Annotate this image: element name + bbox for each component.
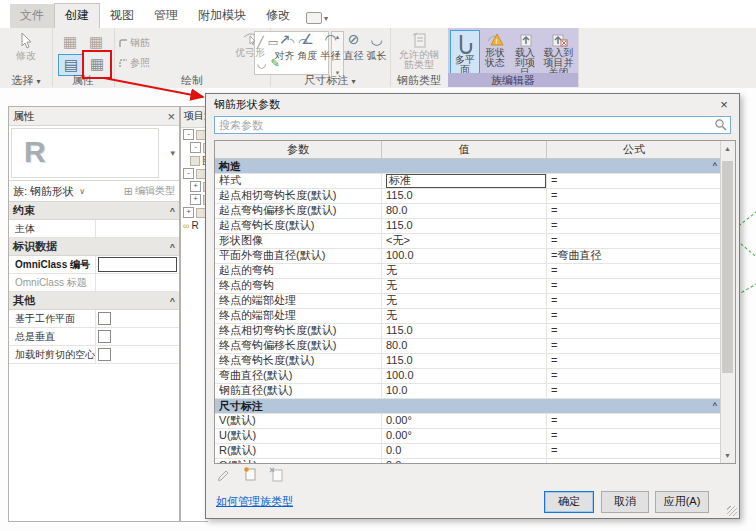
edit-type-button[interactable]: ⊞ 编辑类型: [124, 184, 175, 198]
param-name-cell[interactable]: 终点的端部处理: [215, 294, 382, 308]
param-name-cell[interactable]: U(默认): [215, 429, 382, 443]
family-category-button[interactable]: ▦: [85, 54, 109, 74]
scrollbar-thumb[interactable]: [722, 161, 733, 373]
param-value-cell[interactable]: 100.0: [382, 249, 547, 263]
tree-item[interactable]: +: [181, 193, 208, 206]
param-name-cell[interactable]: 终点的弯钩: [215, 279, 382, 293]
tree-item[interactable]: +: [181, 180, 208, 193]
panel-label-select[interactable]: 选择 ▾: [0, 73, 52, 87]
ok-button[interactable]: 确定: [544, 491, 594, 513]
tab-create[interactable]: 创建: [54, 3, 100, 28]
load-into-project-button[interactable]: 载入到项目: [511, 31, 539, 78]
tree-item[interactable]: -视: [181, 128, 208, 141]
param-formula-cell[interactable]: =: [547, 339, 721, 353]
allowed-bar-types-button[interactable]: 允许的钢筋类型: [396, 31, 442, 70]
scroll-up-icon[interactable]: ▲: [721, 142, 734, 155]
close-icon[interactable]: ×: [709, 97, 739, 112]
param-formula-cell[interactable]: =: [547, 459, 721, 464]
tab-addins[interactable]: 附加模块: [188, 4, 256, 28]
angle-dimension-button[interactable]: ∠角度: [296, 32, 319, 63]
param-formula-cell[interactable]: =: [547, 309, 721, 323]
cancel-button[interactable]: 取消: [601, 491, 649, 513]
tree-item[interactable]: -族: [181, 167, 208, 180]
param-name-cell[interactable]: 形状图像: [215, 234, 382, 248]
table-section-row[interactable]: 构造^: [215, 159, 721, 174]
param-formula-cell[interactable]: =: [547, 369, 721, 383]
tree-item[interactable]: ∞R: [181, 219, 208, 232]
param-formula-cell[interactable]: =: [547, 354, 721, 368]
param-name-cell[interactable]: 起点弯钩长度(默认): [215, 219, 382, 233]
chevron-down-icon[interactable]: ∨: [79, 187, 85, 196]
param-value-cell[interactable]: 无: [382, 294, 547, 308]
collapse-box-icon[interactable]: -: [190, 142, 201, 153]
collapse-icon[interactable]: ^: [713, 400, 717, 413]
column-header-formula[interactable]: 公式: [547, 141, 721, 158]
param-name-cell[interactable]: 起点弯钩偏移长度(默认): [215, 204, 382, 218]
family-category-parameters-button[interactable]: ▦: [84, 32, 108, 52]
work-plane-based-checkbox[interactable]: [98, 312, 111, 325]
param-value-cell[interactable]: 100.0: [382, 369, 547, 383]
collapse-icon[interactable]: ^: [170, 206, 175, 216]
param-value-cell[interactable]: 10.0: [382, 384, 547, 398]
type-preview[interactable]: R ▾: [9, 126, 179, 181]
how-to-manage-family-types-link[interactable]: 如何管理族类型: [216, 494, 293, 509]
column-header-value[interactable]: 值: [382, 141, 547, 158]
collapse-box-icon[interactable]: -: [183, 129, 194, 140]
table-section-row[interactable]: 尺寸标注^: [215, 399, 721, 414]
param-name-cell[interactable]: Q(默认): [215, 459, 382, 464]
aligned-dimension-button[interactable]: ↗对齐: [273, 32, 296, 63]
table-scrollbar[interactable]: ▲ ▼: [720, 141, 735, 463]
close-icon[interactable]: ×: [167, 109, 175, 124]
param-formula-cell[interactable]: =弯曲直径: [547, 249, 721, 263]
modify-button[interactable]: 修改: [11, 32, 41, 61]
shape-status-button[interactable]: ! 形状状态: [481, 31, 509, 68]
family-selector[interactable]: 族: 钢筋形状: [13, 184, 74, 199]
param-value-cell[interactable]: 标准: [382, 174, 547, 188]
arc-length-dimension-button[interactable]: ◡弧长: [365, 32, 388, 63]
param-value-cell[interactable]: 0.0: [382, 444, 547, 458]
radius-dimension-button[interactable]: ◠半径: [319, 32, 342, 63]
param-value-cell[interactable]: 无: [382, 264, 547, 278]
expand-box-icon[interactable]: +: [183, 207, 194, 218]
section-identity-data[interactable]: 标识数据 ^: [9, 238, 179, 256]
param-name-cell[interactable]: 终点弯钩偏移长度(默认): [215, 339, 382, 353]
delete-parameter-button[interactable]: [268, 466, 284, 482]
param-formula-cell[interactable]: =: [547, 189, 721, 203]
pick-lines-button[interactable]: 优弓形: [234, 31, 266, 58]
tree-item[interactable]: +组: [181, 206, 208, 219]
collapse-icon[interactable]: ^: [170, 242, 175, 252]
param-value-cell[interactable]: 115.0: [382, 324, 547, 338]
multiplanar-button[interactable]: 多平面: [450, 30, 480, 76]
tab-view[interactable]: 视图: [100, 4, 144, 28]
param-name-cell[interactable]: R(默认): [215, 444, 382, 458]
expand-box-icon[interactable]: +: [190, 181, 201, 192]
param-formula-cell[interactable]: =: [547, 429, 721, 443]
omniclass-number-input[interactable]: [98, 257, 177, 272]
family-types-button[interactable]: ▦: [58, 32, 82, 52]
param-value-cell[interactable]: 0.00°: [382, 429, 547, 443]
param-name-cell[interactable]: 平面外弯曲直径(默认): [215, 249, 382, 263]
param-name-cell[interactable]: V(默认): [215, 414, 382, 428]
param-formula-cell[interactable]: =: [547, 444, 721, 458]
param-formula-cell[interactable]: =: [547, 384, 721, 398]
param-formula-cell[interactable]: =: [547, 414, 721, 428]
scroll-down-icon[interactable]: ▼: [721, 449, 734, 462]
param-value-cell[interactable]: 无: [382, 279, 547, 293]
search-input[interactable]: [214, 116, 731, 134]
param-formula-cell[interactable]: =: [547, 324, 721, 338]
param-formula-cell[interactable]: =: [547, 264, 721, 278]
panel-label-dimension[interactable]: 尺寸标注 ▾: [270, 73, 390, 87]
rebar-line-button[interactable]: 钢筋: [118, 36, 150, 50]
param-name-cell[interactable]: 样式: [215, 174, 382, 188]
param-formula-cell[interactable]: =: [547, 279, 721, 293]
ribbon-display-toggle[interactable]: ▾: [306, 12, 328, 24]
param-name-cell[interactable]: 终点弯钩长度(默认): [215, 354, 382, 368]
apply-button[interactable]: 应用(A): [655, 491, 709, 513]
param-name-cell[interactable]: 终点的端部处理: [215, 309, 382, 323]
expand-box-icon[interactable]: +: [190, 194, 201, 205]
properties-palette-header[interactable]: 属性 ×: [9, 107, 179, 126]
param-value-cell[interactable]: 115.0: [382, 189, 547, 203]
param-formula-cell[interactable]: =: [547, 294, 721, 308]
param-value-cell[interactable]: 115.0: [382, 219, 547, 233]
param-name-cell[interactable]: 终点相切弯钩长度(默认): [215, 324, 382, 338]
